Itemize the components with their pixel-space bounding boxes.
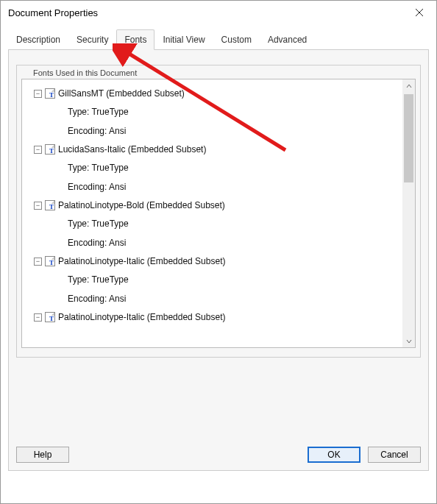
tab-initial-view[interactable]: Initial View bbox=[154, 29, 213, 50]
font-name: PalatinoLinotype-Bold (Embedded Subset) bbox=[58, 200, 225, 210]
font-name: PalatinoLinotype-Italic (Embedded Subset… bbox=[58, 256, 225, 266]
fonts-group-box: Fonts Used in this Document − GillSansMT… bbox=[16, 65, 421, 358]
font-name: LucidaSans-Italic (Embedded Subset) bbox=[58, 144, 206, 155]
titlebar: Document Properties bbox=[1, 1, 436, 24]
font-encoding: Encoding: Ansi bbox=[68, 235, 399, 250]
font-encoding: Encoding: Ansi bbox=[68, 291, 399, 306]
collapse-icon[interactable]: − bbox=[34, 313, 42, 322]
font-node: − PalatinoLinotype-Italic (Embedded Subs… bbox=[34, 310, 399, 324]
tab-description[interactable]: Description bbox=[8, 29, 68, 50]
font-type: Type: TrueType bbox=[68, 272, 399, 287]
font-node: − PalatinoLinotype-Italic (Embedded Subs… bbox=[34, 255, 399, 306]
font-tree: − GillSansMT (Embedded Subset) Type: Tru… bbox=[21, 79, 416, 348]
font-type: Type: TrueType bbox=[68, 216, 399, 231]
fonts-group-label: Fonts Used in this Document bbox=[30, 68, 140, 77]
close-button[interactable] bbox=[402, 1, 436, 24]
font-file-icon bbox=[45, 256, 55, 266]
scroll-up-icon[interactable] bbox=[402, 79, 415, 92]
font-file-icon bbox=[45, 88, 55, 99]
font-node: − PalatinoLinotype-Bold (Embedded Subset… bbox=[34, 199, 399, 250]
font-row[interactable]: − PalatinoLinotype-Italic (Embedded Subs… bbox=[34, 255, 399, 268]
collapse-icon[interactable]: − bbox=[34, 258, 42, 266]
help-button[interactable]: Help bbox=[16, 447, 69, 463]
font-row[interactable]: − GillSansMT (Embedded Subset) bbox=[34, 87, 399, 100]
tab-bar: Description Security Fonts Initial View … bbox=[8, 29, 429, 50]
tab-security[interactable]: Security bbox=[68, 29, 116, 50]
font-row[interactable]: − PalatinoLinotype-Bold (Embedded Subset… bbox=[34, 199, 399, 212]
font-encoding: Encoding: Ansi bbox=[68, 180, 399, 194]
collapse-icon[interactable]: − bbox=[34, 90, 42, 98]
collapse-icon[interactable]: − bbox=[34, 202, 42, 210]
tab-fonts[interactable]: Fonts bbox=[116, 29, 154, 50]
font-type: Type: TrueType bbox=[68, 104, 399, 119]
collapse-icon[interactable]: − bbox=[34, 146, 42, 154]
scrollbar-thumb[interactable] bbox=[404, 94, 413, 182]
font-row[interactable]: − PalatinoLinotype-Italic (Embedded Subs… bbox=[34, 310, 399, 324]
font-file-icon bbox=[45, 312, 55, 322]
scroll-down-icon[interactable] bbox=[402, 335, 415, 347]
font-row[interactable]: − LucidaSans-Italic (Embedded Subset) bbox=[34, 143, 399, 156]
font-file-icon bbox=[45, 200, 55, 210]
font-type: Type: TrueType bbox=[68, 160, 399, 175]
font-encoding: Encoding: Ansi bbox=[68, 124, 399, 138]
font-node: − GillSansMT (Embedded Subset) Type: Tru… bbox=[34, 87, 399, 138]
font-name: GillSansMT (Embedded Subset) bbox=[58, 88, 185, 99]
font-node: − LucidaSans-Italic (Embedded Subset) Ty… bbox=[34, 143, 399, 194]
tab-custom[interactable]: Custom bbox=[213, 29, 260, 50]
ok-button[interactable]: OK bbox=[308, 447, 360, 463]
cancel-button[interactable]: Cancel bbox=[368, 447, 421, 463]
window-title: Document Properties bbox=[8, 7, 98, 18]
vertical-scrollbar[interactable] bbox=[402, 79, 415, 347]
font-name: PalatinoLinotype-Italic (Embedded Subset… bbox=[58, 312, 225, 322]
tab-advanced[interactable]: Advanced bbox=[260, 29, 315, 50]
button-bar: Help OK Cancel bbox=[16, 447, 421, 463]
close-icon bbox=[415, 8, 424, 17]
font-file-icon bbox=[45, 144, 55, 155]
font-tree-viewport: − GillSansMT (Embedded Subset) Type: Tru… bbox=[22, 79, 402, 347]
fonts-panel: Fonts Used in this Document − GillSansMT… bbox=[8, 50, 429, 471]
dialog-content: Description Security Fonts Initial View … bbox=[1, 24, 436, 478]
